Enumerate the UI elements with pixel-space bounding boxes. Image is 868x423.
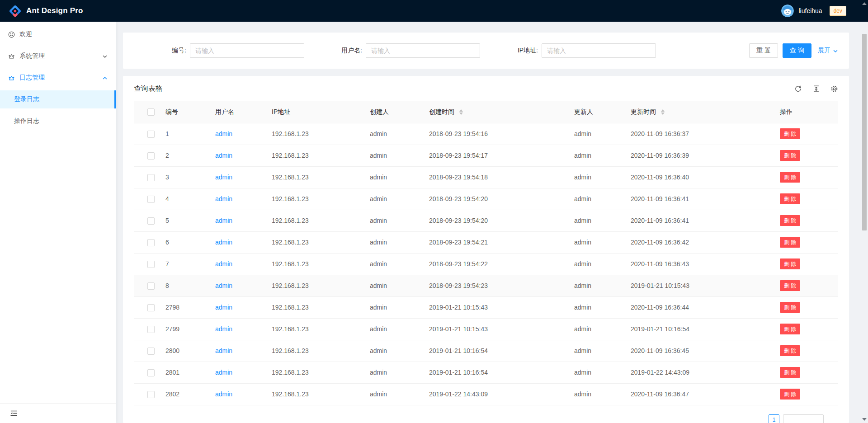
column-header-username: 用户名	[208, 101, 264, 123]
cell-creator: admin	[363, 210, 422, 231]
row-checkbox[interactable]	[147, 348, 155, 355]
scrollbar-down-arrow[interactable]	[862, 418, 867, 421]
cell-created-time: 2018-09-23 19:54:20	[422, 188, 567, 210]
username-link[interactable]: admin	[215, 282, 232, 289]
query-button[interactable]: 查 询	[783, 43, 811, 58]
user-name[interactable]: liufeihua	[798, 7, 822, 14]
page-size-select[interactable]	[783, 414, 824, 423]
row-checkbox[interactable]	[147, 391, 155, 398]
delete-button[interactable]: 删 除	[780, 389, 800, 400]
menu-fold-icon[interactable]	[10, 409, 18, 417]
cell-id: 2802	[158, 383, 208, 405]
username-link[interactable]: admin	[215, 195, 232, 202]
sorter-icon[interactable]	[661, 109, 665, 115]
table-toolbar	[794, 85, 838, 93]
expand-link[interactable]: 展开	[818, 47, 838, 55]
username-link[interactable]: admin	[215, 304, 232, 311]
logo-wrap[interactable]: Ant Design Pro	[9, 5, 83, 17]
table-row: 2800 admin 192.168.1.23 admin 2019-01-21…	[134, 340, 838, 362]
cell-created-time: 2018-09-23 19:54:23	[422, 275, 567, 296]
table-row: 5 admin 192.168.1.23 admin 2018-09-23 19…	[134, 210, 838, 231]
field-username-label: 用户名:	[310, 47, 366, 55]
vertical-scrollbar	[861, 0, 868, 423]
cell-updated-time: 2020-11-09 16:36:41	[623, 210, 773, 231]
username-link[interactable]: admin	[215, 239, 232, 246]
cell-updater: admin	[567, 210, 623, 231]
username-link[interactable]: admin	[215, 217, 232, 224]
select-all-checkbox[interactable]	[147, 108, 155, 116]
row-checkbox[interactable]	[147, 304, 155, 311]
username-link[interactable]: admin	[215, 174, 232, 181]
username-link[interactable]: admin	[215, 260, 232, 268]
delete-button[interactable]: 删 除	[780, 280, 800, 291]
table-row: 2802 admin 192.168.1.23 admin 2019-01-22…	[134, 383, 838, 405]
username-link[interactable]: admin	[215, 369, 232, 376]
cell-updater: admin	[567, 275, 623, 296]
username-link[interactable]: admin	[215, 130, 232, 137]
cell-id: 2801	[158, 362, 208, 383]
delete-button[interactable]: 删 除	[780, 345, 800, 356]
ip-input[interactable]	[542, 43, 656, 58]
sidebar-item-system-management[interactable]: 系统管理	[0, 47, 116, 65]
scrollbar-up-arrow[interactable]	[862, 2, 867, 5]
cell-updated-time: 2019-01-21 10:16:54	[623, 318, 773, 340]
username-link[interactable]: admin	[215, 347, 232, 354]
cell-ip: 192.168.1.23	[264, 210, 363, 231]
cell-updated-time: 2019-01-21 10:15:43	[623, 275, 773, 296]
delete-button[interactable]: 删 除	[780, 258, 800, 269]
settings-gear-icon[interactable]	[830, 85, 838, 93]
row-checkbox[interactable]	[147, 217, 155, 225]
delete-button[interactable]: 删 除	[780, 367, 800, 378]
pagination-page-1[interactable]: 1	[769, 414, 779, 423]
cell-id: 4	[158, 188, 208, 210]
delete-button[interactable]: 删 除	[780, 172, 800, 183]
density-icon[interactable]	[812, 85, 820, 93]
cell-creator: admin	[363, 166, 422, 188]
scrollbar-thumb[interactable]	[862, 34, 867, 230]
delete-button[interactable]: 删 除	[780, 128, 800, 139]
sorter-icon[interactable]	[459, 109, 463, 115]
expand-link-label: 展开	[818, 47, 830, 55]
chevron-up-icon	[102, 75, 108, 80]
username-link[interactable]: admin	[215, 325, 232, 333]
cell-created-time: 2019-01-22 14:43:09	[422, 383, 567, 405]
column-header-created-time[interactable]: 创建时间	[422, 101, 567, 123]
sidebar-item-welcome[interactable]: 欢迎	[0, 25, 116, 43]
cell-updater: admin	[567, 166, 623, 188]
username-link[interactable]: admin	[215, 152, 232, 159]
delete-button[interactable]: 删 除	[780, 215, 800, 226]
row-checkbox[interactable]	[147, 282, 155, 290]
delete-button[interactable]: 删 除	[780, 150, 800, 161]
row-checkbox[interactable]	[147, 174, 155, 181]
column-header-updater: 更新人	[567, 101, 623, 123]
id-input[interactable]	[190, 43, 304, 58]
row-checkbox[interactable]	[147, 239, 155, 246]
cell-created-time: 2019-01-21 10:15:43	[422, 318, 567, 340]
row-checkbox[interactable]	[147, 131, 155, 138]
reload-icon[interactable]	[794, 85, 802, 93]
search-filter-card: 编号: 用户名: IP地址: 重 置 查 询 展开	[123, 33, 849, 69]
sidebar-item-operation-log[interactable]: 操作日志	[0, 112, 116, 130]
row-checkbox[interactable]	[147, 326, 155, 333]
table-row: 1 admin 192.168.1.23 admin 2018-09-23 19…	[134, 123, 838, 145]
sidebar-item-label: 登录日志	[14, 95, 39, 103]
delete-button[interactable]: 删 除	[780, 193, 800, 204]
login-log-table: 编号 用户名 IP地址 创建人 创建时间 更新人 更新时间 操作	[134, 101, 838, 405]
username-link[interactable]: admin	[215, 390, 232, 398]
cell-ip: 192.168.1.23	[264, 340, 363, 362]
user-avatar[interactable]	[781, 5, 794, 17]
delete-button[interactable]: 删 除	[780, 302, 800, 313]
row-checkbox[interactable]	[147, 152, 155, 160]
column-header-updated-time[interactable]: 更新时间	[623, 101, 773, 123]
row-checkbox[interactable]	[147, 261, 155, 268]
cell-creator: admin	[363, 362, 422, 383]
row-checkbox[interactable]	[147, 369, 155, 376]
sidebar-item-log-management[interactable]: 日志管理	[0, 69, 116, 87]
username-input[interactable]	[366, 43, 480, 58]
reset-button[interactable]: 重 置	[749, 43, 778, 58]
smile-icon	[8, 31, 15, 38]
sidebar-item-login-log[interactable]: 登录日志	[0, 90, 116, 108]
delete-button[interactable]: 删 除	[780, 324, 800, 334]
delete-button[interactable]: 删 除	[780, 237, 800, 248]
row-checkbox[interactable]	[147, 196, 155, 203]
